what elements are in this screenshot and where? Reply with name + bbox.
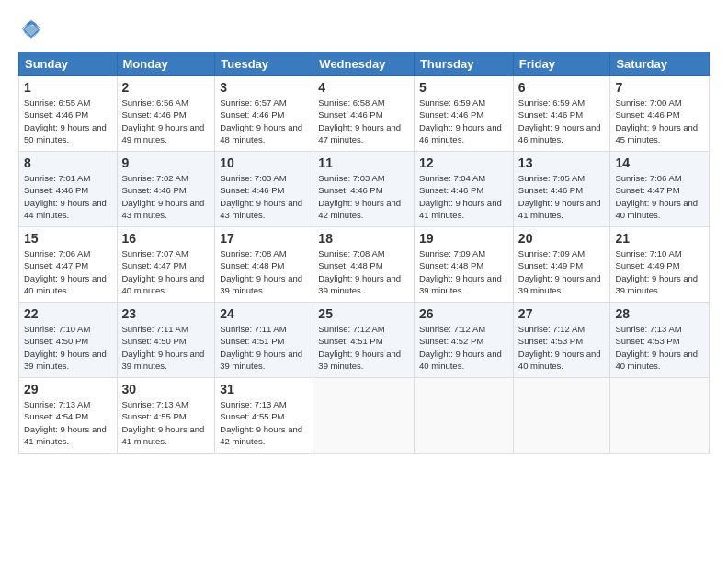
day-number: 17	[220, 231, 308, 246]
calendar-cell: 12 Sunrise: 7:04 AMSunset: 4:46 PMDaylig…	[414, 152, 513, 227]
calendar-week-2: 8 Sunrise: 7:01 AMSunset: 4:46 PMDayligh…	[19, 152, 710, 227]
calendar-cell: 16 Sunrise: 7:07 AMSunset: 4:47 PMDaylig…	[117, 227, 215, 303]
calendar-cell: 30 Sunrise: 7:13 AMSunset: 4:55 PMDaylig…	[117, 378, 215, 454]
day-number: 8	[24, 155, 112, 170]
day-info: Sunrise: 7:02 AMSunset: 4:46 PMDaylight:…	[122, 173, 205, 220]
calendar-cell: 24 Sunrise: 7:11 AMSunset: 4:51 PMDaylig…	[215, 303, 313, 378]
day-info: Sunrise: 6:58 AMSunset: 4:46 PMDaylight:…	[318, 98, 401, 144]
day-info: Sunrise: 6:57 AMSunset: 4:46 PMDaylight:…	[220, 98, 302, 144]
logo	[18, 17, 48, 42]
calendar-week-5: 29 Sunrise: 7:13 AMSunset: 4:54 PMDaylig…	[19, 378, 710, 454]
day-number: 30	[122, 382, 210, 396]
day-number: 31	[220, 382, 308, 396]
day-info: Sunrise: 7:13 AMSunset: 4:53 PMDaylight:…	[615, 324, 698, 371]
calendar-cell: 21 Sunrise: 7:10 AMSunset: 4:49 PMDaylig…	[610, 227, 710, 303]
calendar-cell: 11 Sunrise: 7:03 AMSunset: 4:46 PMDaylig…	[313, 152, 415, 227]
calendar-cell: 27 Sunrise: 7:12 AMSunset: 4:53 PMDaylig…	[513, 303, 610, 378]
calendar-table: SundayMondayTuesdayWednesdayThursdayFrid…	[18, 52, 710, 454]
calendar-cell: 10 Sunrise: 7:03 AMSunset: 4:46 PMDaylig…	[215, 152, 313, 227]
day-number: 21	[615, 231, 704, 246]
day-number: 19	[419, 231, 508, 246]
day-info: Sunrise: 7:09 AMSunset: 4:48 PMDaylight:…	[419, 248, 502, 295]
calendar-cell: 31 Sunrise: 7:13 AMSunset: 4:55 PMDaylig…	[215, 378, 313, 454]
day-number: 2	[122, 80, 210, 95]
day-number: 24	[220, 306, 308, 321]
calendar-cell: 8 Sunrise: 7:01 AMSunset: 4:46 PMDayligh…	[19, 152, 118, 227]
day-info: Sunrise: 7:10 AMSunset: 4:50 PMDaylight:…	[24, 324, 107, 371]
calendar-cell: 4 Sunrise: 6:58 AMSunset: 4:46 PMDayligh…	[313, 76, 415, 152]
weekday-tuesday: Tuesday	[215, 52, 313, 76]
weekday-friday: Friday	[513, 52, 610, 76]
weekday-sunday: Sunday	[19, 52, 118, 76]
weekday-header-row: SundayMondayTuesdayWednesdayThursdayFrid…	[19, 52, 710, 76]
day-number: 5	[419, 80, 508, 95]
day-info: Sunrise: 7:09 AMSunset: 4:49 PMDaylight:…	[518, 248, 601, 295]
calendar-cell: 1 Sunrise: 6:55 AMSunset: 4:46 PMDayligh…	[19, 76, 118, 152]
calendar-cell: 9 Sunrise: 7:02 AMSunset: 4:46 PMDayligh…	[117, 152, 215, 227]
day-info: Sunrise: 7:03 AMSunset: 4:46 PMDaylight:…	[318, 173, 401, 220]
day-info: Sunrise: 7:08 AMSunset: 4:48 PMDaylight:…	[318, 248, 401, 295]
day-info: Sunrise: 7:03 AMSunset: 4:46 PMDaylight:…	[220, 173, 302, 220]
day-info: Sunrise: 6:55 AMSunset: 4:46 PMDaylight:…	[24, 98, 107, 144]
day-number: 4	[318, 80, 409, 95]
calendar-week-1: 1 Sunrise: 6:55 AMSunset: 4:46 PMDayligh…	[19, 76, 710, 152]
calendar-cell: 22 Sunrise: 7:10 AMSunset: 4:50 PMDaylig…	[19, 303, 118, 378]
calendar-cell	[414, 378, 513, 454]
calendar-cell: 15 Sunrise: 7:06 AMSunset: 4:47 PMDaylig…	[19, 227, 118, 303]
calendar-week-4: 22 Sunrise: 7:10 AMSunset: 4:50 PMDaylig…	[19, 303, 710, 378]
calendar-cell	[610, 378, 710, 454]
day-number: 22	[24, 306, 112, 321]
day-number: 20	[518, 231, 606, 246]
calendar-cell	[513, 378, 610, 454]
day-number: 29	[24, 382, 112, 396]
day-number: 1	[24, 80, 112, 95]
calendar-cell: 5 Sunrise: 6:59 AMSunset: 4:46 PMDayligh…	[414, 76, 513, 152]
calendar-cell: 6 Sunrise: 6:59 AMSunset: 4:46 PMDayligh…	[513, 76, 610, 152]
day-info: Sunrise: 6:56 AMSunset: 4:46 PMDaylight:…	[122, 98, 205, 144]
day-info: Sunrise: 7:04 AMSunset: 4:46 PMDaylight:…	[419, 173, 502, 220]
day-number: 18	[318, 231, 409, 246]
day-info: Sunrise: 7:13 AMSunset: 4:55 PMDaylight:…	[220, 399, 302, 446]
calendar-cell: 7 Sunrise: 7:00 AMSunset: 4:46 PMDayligh…	[610, 76, 710, 152]
calendar-cell: 18 Sunrise: 7:08 AMSunset: 4:48 PMDaylig…	[313, 227, 415, 303]
calendar-cell: 2 Sunrise: 6:56 AMSunset: 4:46 PMDayligh…	[117, 76, 215, 152]
day-number: 3	[220, 80, 308, 95]
logo-icon	[18, 17, 44, 42]
calendar-cell: 23 Sunrise: 7:11 AMSunset: 4:50 PMDaylig…	[117, 303, 215, 378]
calendar-cell: 17 Sunrise: 7:08 AMSunset: 4:48 PMDaylig…	[215, 227, 313, 303]
day-info: Sunrise: 7:07 AMSunset: 4:47 PMDaylight:…	[122, 248, 205, 295]
day-number: 6	[518, 80, 606, 95]
day-number: 23	[122, 306, 210, 321]
day-info: Sunrise: 7:12 AMSunset: 4:53 PMDaylight:…	[518, 324, 601, 371]
day-number: 28	[615, 306, 704, 321]
calendar-week-3: 15 Sunrise: 7:06 AMSunset: 4:47 PMDaylig…	[19, 227, 710, 303]
calendar-cell: 19 Sunrise: 7:09 AMSunset: 4:48 PMDaylig…	[414, 227, 513, 303]
calendar-cell: 26 Sunrise: 7:12 AMSunset: 4:52 PMDaylig…	[414, 303, 513, 378]
day-number: 9	[122, 155, 210, 170]
calendar-cell: 3 Sunrise: 6:57 AMSunset: 4:46 PMDayligh…	[215, 76, 313, 152]
calendar-cell: 25 Sunrise: 7:12 AMSunset: 4:51 PMDaylig…	[313, 303, 415, 378]
day-info: Sunrise: 7:08 AMSunset: 4:48 PMDaylight:…	[220, 248, 302, 295]
day-info: Sunrise: 6:59 AMSunset: 4:46 PMDaylight:…	[419, 98, 502, 144]
weekday-thursday: Thursday	[414, 52, 513, 76]
day-info: Sunrise: 7:12 AMSunset: 4:51 PMDaylight:…	[318, 324, 401, 371]
day-number: 27	[518, 306, 606, 321]
day-number: 15	[24, 231, 112, 246]
day-info: Sunrise: 7:13 AMSunset: 4:54 PMDaylight:…	[24, 399, 107, 446]
day-info: Sunrise: 7:01 AMSunset: 4:46 PMDaylight:…	[24, 173, 107, 220]
calendar-cell	[313, 378, 415, 454]
day-info: Sunrise: 7:06 AMSunset: 4:47 PMDaylight:…	[24, 248, 107, 295]
day-number: 7	[615, 80, 704, 95]
day-number: 25	[318, 306, 409, 321]
day-info: Sunrise: 7:00 AMSunset: 4:46 PMDaylight:…	[615, 98, 698, 144]
day-info: Sunrise: 7:06 AMSunset: 4:47 PMDaylight:…	[615, 173, 698, 220]
day-info: Sunrise: 7:11 AMSunset: 4:51 PMDaylight:…	[220, 324, 302, 371]
day-info: Sunrise: 6:59 AMSunset: 4:46 PMDaylight:…	[518, 98, 601, 144]
day-number: 10	[220, 155, 308, 170]
day-number: 14	[615, 155, 704, 170]
day-info: Sunrise: 7:10 AMSunset: 4:49 PMDaylight:…	[615, 248, 698, 295]
day-info: Sunrise: 7:13 AMSunset: 4:55 PMDaylight:…	[122, 399, 205, 446]
calendar-cell: 14 Sunrise: 7:06 AMSunset: 4:47 PMDaylig…	[610, 152, 710, 227]
weekday-saturday: Saturday	[610, 52, 710, 76]
weekday-wednesday: Wednesday	[313, 52, 415, 76]
